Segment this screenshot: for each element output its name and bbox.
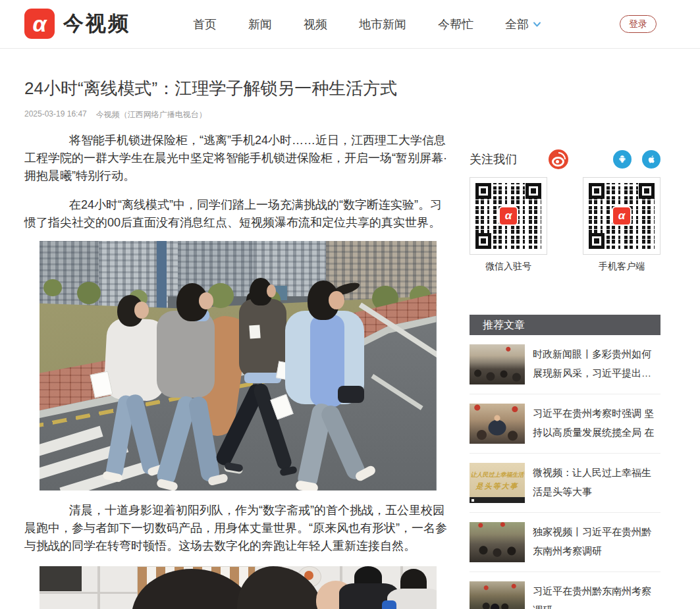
nav-item-home[interactable]: 首页	[193, 16, 217, 32]
qr-caption-app: 手机客户端	[583, 261, 660, 273]
dark-cabinet	[40, 566, 82, 591]
app-qr-block: α 手机客户端	[583, 177, 660, 273]
building	[40, 241, 99, 307]
recommended-articles: 推荐文章 时政新闻眼丨多彩贵州如何展现新风采，习近平提出这些明 习近平在贵州考察…	[470, 315, 660, 609]
article-thumbnail	[470, 344, 525, 384]
recommended-article-4[interactable]: 独家视频丨习近平在贵州黔东南州考察调研	[470, 513, 660, 572]
article-thumbnail-video: 让人民过上幸福生活 是头等大事	[470, 463, 525, 503]
sidebar: 关注我们	[470, 124, 660, 609]
article-image-classroom	[40, 566, 437, 609]
article-meta: 2025-03-19 16:47 今视频（江西网络广播电视台）	[24, 109, 451, 120]
recommended-article-2[interactable]: 习近平在贵州考察时强调 坚持以高质量发展统揽全局 在	[470, 394, 660, 454]
site-logo-text: 今视频	[63, 10, 130, 38]
main-nav: 首页 新闻 视频 地市新闻 今帮忙 全部	[193, 0, 541, 48]
article-paragraph: 清晨，十道身影迎着初阳列队，作为“数字斋戒”的首个挑战，五公里校园晨跑中，参与者…	[24, 502, 451, 555]
qr-center-logo: α	[612, 206, 632, 226]
follow-us-title: 关注我们	[470, 151, 517, 167]
nav-item-all-dropdown[interactable]: 全部	[505, 16, 541, 32]
android-icon[interactable]	[613, 150, 632, 169]
jinshipin-logo-icon: α	[24, 9, 55, 39]
recommended-header: 推荐文章	[470, 315, 660, 335]
wechat-qr-block: α 微信入驻号	[470, 177, 547, 273]
qr-center-logo: α	[498, 206, 518, 226]
nav-item-video[interactable]: 视频	[304, 16, 327, 32]
recommended-article-3[interactable]: 让人民过上幸福生活 是头等大事 微视频：让人民过上幸福生活是头等大事	[470, 454, 660, 513]
recommended-article-title: 独家视频丨习近平在贵州黔东南州考察调研	[533, 522, 660, 562]
apple-icon[interactable]	[642, 150, 660, 169]
article-thumbnail	[470, 581, 525, 609]
recommended-article-title: 微视频：让人民过上幸福生活是头等大事	[533, 463, 660, 503]
login-button[interactable]: 登录	[620, 15, 657, 33]
nav-all-label: 全部	[505, 16, 529, 32]
chevron-down-icon	[533, 21, 541, 28]
thumbnail-calligraphy-text: 让人民过上幸福生活	[470, 471, 525, 479]
article-thumbnail	[470, 522, 525, 562]
recommended-article-title: 习近平在贵州黔东南州考察调研	[533, 581, 660, 609]
recommended-article-title: 时政新闻眼丨多彩贵州如何展现新风采，习近平提出这些明	[533, 344, 660, 384]
video-player-bar	[470, 498, 525, 503]
article: 24小时“离线模式”：江理学子解锁另一种生活方式 2025-03-19 16:4…	[24, 76, 451, 609]
article-paragraph: 在24小时“离线模式”中，同学们踏上一场充满挑战的“数字断连实验”。习惯了指尖社…	[24, 196, 451, 232]
site-logo[interactable]: α 今视频	[24, 9, 130, 39]
qr-codes: α 微信入驻号 α 手机客户端	[470, 177, 660, 273]
nav-item-city-news[interactable]: 地市新闻	[359, 16, 406, 32]
article-thumbnail	[470, 404, 525, 444]
thumbnail-calligraphy-text: 是头等大事	[470, 481, 525, 491]
nav-item-help[interactable]: 今帮忙	[438, 16, 473, 32]
recommended-article-5[interactable]: 习近平在贵州黔东南州考察调研	[470, 572, 660, 609]
recommended-article-1[interactable]: 时政新闻眼丨多彩贵州如何展现新风采，习近平提出这些明	[470, 335, 660, 394]
site-header: α 今视频 首页 新闻 视频 地市新闻 今帮忙 全部 登录	[0, 0, 700, 49]
article-paragraph: 将智能手机锁进保险柜，“逃离”手机24小时……近日，江西理工大学信息工程学院的一…	[24, 132, 451, 185]
nav-item-news[interactable]: 新闻	[248, 16, 272, 32]
follow-us-row: 关注我们	[470, 149, 660, 169]
trees	[43, 279, 62, 296]
runner-figure-blue-shirt	[273, 280, 379, 490]
article-image-campus-run	[40, 241, 437, 490]
blue-jacket	[382, 600, 396, 609]
article-source: 今视频（江西网络广播电视台）	[96, 109, 207, 120]
publish-time: 2025-03-19 16:47	[24, 109, 87, 120]
weibo-icon[interactable]	[549, 149, 568, 169]
qr-code-wechat: α	[470, 177, 547, 255]
recommended-article-title: 习近平在贵州考察时强调 坚持以高质量发展统揽全局 在	[533, 404, 660, 444]
article-title: 24小时“离线模式”：江理学子解锁另一种生活方式	[24, 76, 451, 100]
qr-caption-wechat: 微信入驻号	[470, 261, 547, 273]
page-content: 24小时“离线模式”：江理学子解锁另一种生活方式 2025-03-19 16:4…	[0, 76, 700, 609]
qr-code-app: α	[583, 177, 660, 255]
